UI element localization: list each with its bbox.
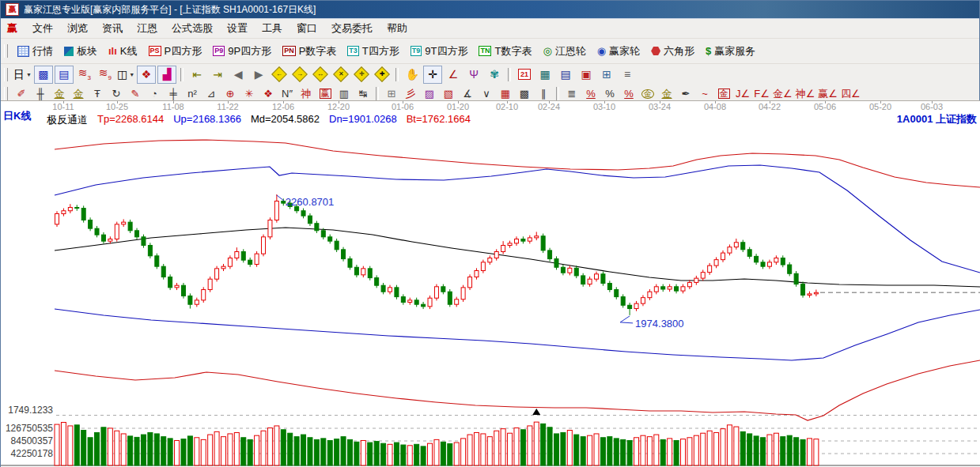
n-square-button[interactable]: n²	[184, 85, 201, 102]
percent-top-button[interactable]: %	[582, 85, 600, 102]
protractor-tool-button[interactable]: ∠	[444, 66, 463, 84]
calculator-button[interactable]: ▦	[535, 66, 554, 84]
toolbar-hexagon-button[interactable]: 六角形	[645, 43, 700, 60]
win-angle-button[interactable]: 赢∠	[817, 85, 838, 102]
grid-web-button[interactable]: ❖	[259, 85, 277, 102]
last-screen-button[interactable]: ⇥	[208, 66, 227, 84]
toolbar-gripper[interactable]	[4, 87, 8, 100]
pattern-match-button[interactable]: ▩	[34, 66, 53, 84]
circle-cross-button[interactable]: ⊕	[221, 85, 239, 102]
menu-item-gann[interactable]: 江恩	[130, 20, 165, 37]
volume-ladder-button[interactable]: ≣	[563, 85, 581, 102]
fan-box-purple-button[interactable]: ▨	[421, 85, 438, 102]
angle-lines-button[interactable]: ∡	[459, 85, 476, 102]
gold-ruler-a-button[interactable]: 金	[51, 85, 68, 102]
gold-angle-button[interactable]: 金∠	[772, 85, 793, 102]
star-web-button[interactable]: ✳	[240, 85, 258, 102]
toolbar-p-square-button[interactable]: PSP四方形	[143, 43, 208, 60]
four-angle-button[interactable]: 四∠	[840, 85, 861, 102]
toolbar-winner-service-button[interactable]: $赢家服务	[700, 43, 761, 60]
gold-circle-button[interactable]: 金	[639, 85, 656, 102]
candle-style-button[interactable]: ◫▼	[116, 66, 135, 84]
publish-button[interactable]: ⊞	[597, 66, 616, 84]
first-screen-button[interactable]: ⇤	[187, 66, 206, 84]
parallel-lines-button[interactable]: ∥	[535, 85, 552, 102]
price-ruler-button[interactable]: ╪	[165, 85, 182, 102]
gann-shape-button[interactable]: ❖	[137, 66, 156, 84]
menu-item-tools[interactable]: 工具	[255, 20, 289, 37]
toolbar-9t-square-button[interactable]: T99T四方形	[405, 43, 474, 60]
f-angle-button[interactable]: F∠	[753, 85, 770, 102]
gold-level-button[interactable]: 金	[658, 85, 675, 102]
toolbar-kline-button[interactable]: ılıK线	[103, 43, 143, 60]
zoom-in-button[interactable]: ✛	[352, 66, 371, 84]
title-bar[interactable]: 赢 赢家江恩专业版[赢家内部服务平台] - [上证指数 SH1A0001-167…	[1, 1, 979, 19]
toolbar-gripper[interactable]	[4, 68, 8, 81]
win-tool-button[interactable]: 赢	[316, 85, 334, 102]
terminal-button[interactable]: ≡	[618, 66, 637, 84]
toolbar-t-number-table-button[interactable]: TNT数字表	[473, 43, 537, 60]
shen-angle-button[interactable]: 神∠	[795, 85, 816, 102]
shrink-left-button[interactable]: ←	[270, 66, 289, 84]
grid-red-button[interactable]: ▦	[497, 85, 514, 102]
percent-button[interactable]: %	[601, 85, 619, 102]
kline-period-button[interactable]: 日▼	[13, 66, 32, 84]
mirror-angle-button[interactable]: ⊿	[202, 85, 220, 102]
f-ruler-button[interactable]: Ŧ	[89, 85, 106, 102]
toolbar-t-square-button[interactable]: T3T四方形	[342, 43, 404, 60]
main-chart-canvas[interactable]	[1, 112, 980, 467]
save-button[interactable]: ▣	[577, 66, 596, 84]
menu-item-help[interactable]: 帮助	[380, 20, 414, 37]
grid-dark-button[interactable]: ▩	[516, 85, 533, 102]
span-arrows-button[interactable]: ↹	[354, 85, 372, 102]
pattern-list-button[interactable]: ▤	[55, 66, 74, 84]
notepad-button[interactable]: ▤	[556, 66, 575, 84]
gold-ruler-b-button[interactable]: 金	[70, 85, 87, 102]
stretch-horizontal-button[interactable]: ↔	[311, 66, 330, 84]
toolbar-9p-square-button[interactable]: P99P四方形	[207, 43, 277, 60]
ink-pen-button[interactable]: ✒	[677, 85, 694, 102]
menu-item-window[interactable]: 窗口	[289, 20, 324, 37]
toolbar-gann-wheel-button[interactable]: ◎江恩轮	[537, 43, 591, 60]
fan-box-red-button[interactable]: ▧	[440, 85, 457, 102]
next-screen-button[interactable]: ▶	[249, 66, 268, 84]
wave-3-button[interactable]: ≋3	[75, 66, 94, 84]
percent-base-button[interactable]: %	[620, 85, 638, 102]
menu-item-file[interactable]: 文件	[25, 20, 60, 37]
wave-fit-button[interactable]: ~	[696, 85, 713, 102]
fan-lines-button[interactable]: 彡	[402, 85, 419, 102]
n-wave-button[interactable]: N″	[278, 85, 296, 102]
menu-item-trade-order[interactable]: 交易委托	[324, 20, 380, 37]
v-wave-button[interactable]: ∨	[478, 85, 495, 102]
shrink-right-button[interactable]: →	[290, 66, 309, 84]
calendar-button[interactable]: 21	[515, 66, 534, 84]
count-ruler-button[interactable]: ▥	[335, 85, 353, 102]
toolbar-sectors-button[interactable]: 板块	[59, 43, 103, 60]
toolbar-winner-wheel-button[interactable]: ◉赢家轮	[592, 43, 645, 60]
pen-gann-button[interactable]: ✐	[13, 85, 30, 102]
menu-item-formula-stock-pick[interactable]: 公式选股	[165, 20, 220, 37]
psi-tool-button[interactable]: Ψ	[464, 66, 483, 84]
menu-item-settings[interactable]: 设置	[220, 20, 255, 37]
toolbar-p-number-table-button[interactable]: PNP数字表	[277, 43, 342, 60]
menu-item-info[interactable]: 资讯	[95, 20, 130, 37]
rect-tool-button[interactable]: ⊞	[383, 85, 400, 102]
menu-item-browse[interactable]: 浏览	[60, 20, 95, 37]
hand-tool-button[interactable]: ✋	[403, 66, 422, 84]
time-ruler-button[interactable]: ╫	[32, 85, 49, 102]
toolbar-gripper[interactable]	[4, 44, 8, 58]
cycle-clock-button[interactable]: ◔	[146, 85, 163, 102]
prev-screen-button[interactable]: ◀	[229, 66, 248, 84]
j-angle-button[interactable]: J∠	[734, 85, 751, 102]
zoom-fit-button[interactable]: ✚	[373, 66, 392, 84]
crosshair-tool-button[interactable]: ✛	[423, 66, 442, 84]
toolbar-quotes-button[interactable]: 行情	[12, 43, 59, 60]
pen-measure-button[interactable]: ✎	[127, 85, 144, 102]
wave-9-button[interactable]: ≋9	[96, 66, 115, 84]
zoom-out-button[interactable]: ✕	[331, 66, 350, 84]
shen-tool-button[interactable]: 神	[297, 85, 315, 102]
flower-tool-button[interactable]: ✾	[485, 66, 504, 84]
profile-chart-button[interactable]: ▟	[157, 66, 176, 84]
gold-box-button[interactable]: 金	[715, 85, 732, 102]
spiral-tool-button[interactable]: ↻	[108, 85, 125, 102]
